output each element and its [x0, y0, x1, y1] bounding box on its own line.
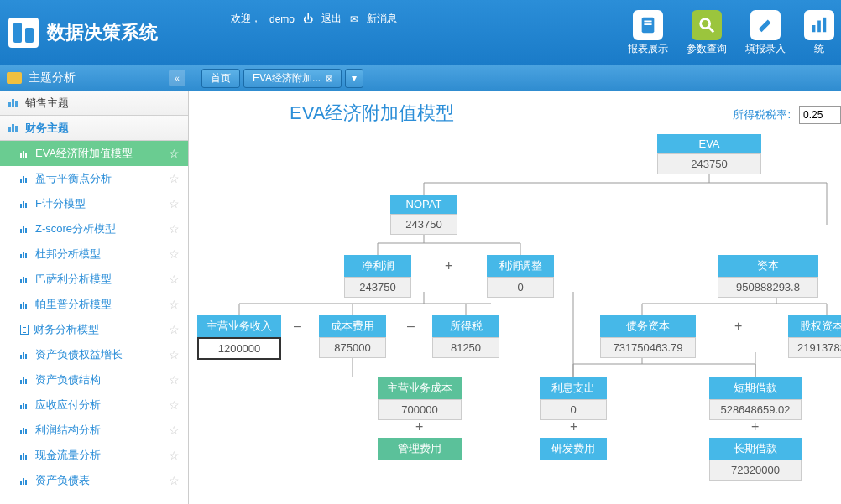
sidebar-item-5[interactable]: 巴萨利分析模型☆ [0, 267, 188, 292]
node-mainrev[interactable]: 主营业务收入1200000 [197, 315, 281, 360]
chart-icon [20, 351, 30, 359]
favorite-icon[interactable]: ☆ [169, 449, 180, 462]
favorite-icon[interactable]: ☆ [169, 373, 180, 387]
node-nopat: NOPAT243750 [390, 195, 457, 235]
op-plus: + [445, 258, 452, 273]
chart-icon [20, 401, 30, 409]
sidebar-item-0[interactable]: EVA经济附加值模型☆ [0, 141, 188, 166]
category-sales[interactable]: 销售主题 [0, 91, 188, 116]
chart-icon [20, 426, 30, 434]
sidebar-item-12[interactable]: 现金流量分析☆ [0, 443, 188, 468]
sidebar-item-1[interactable]: 盈亏平衡点分析☆ [0, 166, 188, 191]
node-debtcap: 债务资本731750463.79 [600, 315, 696, 358]
toolbar-stat[interactable]: 统 [797, 7, 841, 60]
chart-icon [20, 376, 30, 384]
sidebar: 销售主题 财务主题 EVA经济附加值模型☆盈亏平衡点分析☆F计分模型☆Z-sco… [0, 91, 189, 504]
collapse-button[interactable]: « [169, 70, 185, 86]
tab-eva[interactable]: EVA经济附加... ⊠ [243, 69, 342, 88]
sidebar-item-4[interactable]: 杜邦分析模型☆ [0, 242, 188, 267]
node-rdexp: 研发费用 [540, 438, 607, 460]
node-ltloan: 长期借款72320000 [709, 438, 802, 481]
svg-rect-5 [812, 25, 816, 32]
category-finance[interactable]: 财务主题 [0, 116, 188, 141]
page-title: EVA经济附加值模型 [290, 101, 454, 126]
sidebar-item-8[interactable]: 资产负债权益增长☆ [0, 342, 188, 367]
chart-icon [20, 476, 30, 485]
sidebar-header: 主题分析 « [0, 65, 189, 91]
node-eqcap: 股权资本21913783 [788, 315, 841, 358]
edit-icon [750, 10, 781, 40]
favorite-icon[interactable]: ☆ [169, 197, 180, 210]
app-title: 数据决策系统 [47, 20, 158, 45]
favorite-icon[interactable]: ☆ [169, 273, 180, 286]
folder-icon [7, 72, 22, 84]
favorite-icon[interactable]: ☆ [169, 398, 180, 412]
logout-link[interactable]: 退出 [321, 12, 342, 26]
node-profitadj: 利润调整0 [487, 255, 554, 298]
sidebar-item-13[interactable]: 资产负债表☆ [0, 468, 188, 493]
category-icon [8, 99, 20, 107]
chart-icon [20, 200, 30, 208]
favorite-icon[interactable]: ☆ [169, 298, 180, 311]
category-icon [8, 124, 20, 132]
sidebar-item-2[interactable]: F计分模型☆ [0, 191, 188, 216]
chart-icon [20, 174, 30, 183]
op-plus: + [415, 419, 423, 434]
chart-icon [20, 300, 30, 309]
node-intexp: 利息支出0 [540, 377, 607, 420]
chart-icon [20, 149, 30, 158]
sidebar-item-6[interactable]: 帕里普分析模型☆ [0, 292, 188, 317]
close-icon[interactable]: ⊠ [326, 74, 332, 83]
favorite-icon[interactable]: ☆ [169, 247, 180, 261]
tax-rate-input[interactable] [799, 106, 841, 124]
node-maincost: 主营业务成本700000 [378, 377, 462, 420]
chart-icon [20, 225, 30, 233]
chart-icon [20, 250, 30, 258]
messages-link[interactable]: 新消息 [367, 12, 397, 26]
favorite-icon[interactable]: ☆ [169, 348, 180, 361]
tab-dropdown[interactable]: ▾ [345, 69, 363, 88]
report-icon [633, 10, 663, 40]
svg-rect-1 [644, 21, 651, 23]
power-icon: ⏻ [303, 13, 313, 25]
node-netprofit: 净利润243750 [344, 255, 411, 298]
node-capital: 资本950888293.8 [718, 255, 818, 298]
mail-icon: ✉ [350, 13, 358, 25]
svg-rect-2 [644, 23, 651, 25]
op-minus: – [294, 319, 301, 334]
user-info: 欢迎，demo ⏻ 退出 ✉ 新消息 [231, 12, 402, 26]
svg-point-3 [701, 19, 710, 29]
sidebar-item-3[interactable]: Z-score分析模型☆ [0, 216, 188, 242]
tab-home[interactable]: 首页 [201, 69, 240, 88]
node-costexp: 成本费用875000 [319, 315, 386, 358]
sidebar-item-10[interactable]: 应收应付分析☆ [0, 392, 188, 418]
stat-icon [804, 10, 834, 40]
search-icon [692, 10, 722, 40]
favorite-icon[interactable]: ☆ [169, 172, 180, 185]
tax-rate-label: 所得税税率: [733, 107, 791, 122]
toolbar-report[interactable]: 报表展示 [621, 7, 675, 60]
node-mgmtexp: 管理费用 [378, 438, 462, 460]
toolbar-edit[interactable]: 填报录入 [739, 7, 792, 60]
chart-icon [20, 451, 30, 460]
svg-line-4 [709, 28, 714, 33]
favorite-icon[interactable]: ☆ [169, 323, 180, 336]
favorite-icon[interactable]: ☆ [169, 474, 180, 487]
favorite-icon[interactable]: ☆ [169, 423, 180, 437]
sidebar-item-7[interactable]: 财务分析模型☆ [0, 317, 188, 342]
app-logo-icon [8, 18, 39, 48]
favorite-icon[interactable]: ☆ [169, 222, 180, 236]
node-stloan: 短期借款528648659.02 [709, 377, 802, 420]
sidebar-item-9[interactable]: 资产负债结构☆ [0, 367, 188, 392]
node-eva: EVA243750 [657, 134, 761, 174]
svg-rect-7 [823, 18, 827, 32]
favorite-icon[interactable]: ☆ [169, 147, 180, 160]
sidebar-item-11[interactable]: 利润结构分析☆ [0, 418, 188, 443]
svg-rect-6 [817, 21, 821, 33]
doc-icon [20, 325, 29, 335]
op-plus: + [751, 419, 759, 434]
toolbar-search[interactable]: 参数查询 [680, 7, 734, 60]
op-minus: – [407, 319, 415, 334]
op-plus: + [734, 319, 742, 334]
op-plus: + [570, 419, 577, 434]
